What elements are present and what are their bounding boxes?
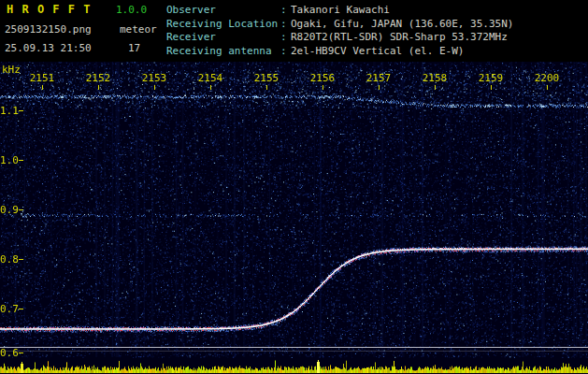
mode-label: meteor	[120, 23, 157, 36]
spectrogram-canvas	[0, 62, 588, 374]
x-axis-label: 2151	[30, 72, 55, 84]
info-value: 2el-HB9CV Vertical (el. E-W)	[291, 45, 464, 59]
info-separator: :	[280, 31, 291, 45]
x-axis-label: 2155	[254, 72, 280, 84]
y-axis-label: 0.6	[0, 347, 16, 359]
observer-info-block: Observer:Takanori KawachiReceiving Locat…	[166, 4, 513, 58]
info-separator: :	[280, 45, 291, 59]
info-separator: :	[280, 4, 291, 18]
spectrogram: kHz 215121522153215421552156215721582159…	[0, 62, 588, 374]
info-label: Receiving Location	[166, 18, 280, 32]
x-axis-label: 2157	[366, 72, 392, 84]
info-label: Observer	[166, 4, 280, 18]
app-version: 1.0.0	[116, 4, 147, 16]
info-separator: :	[280, 18, 291, 32]
x-axis-label: 2200	[535, 72, 560, 84]
echo-count: 17	[128, 42, 140, 54]
x-axis-label: 2159	[479, 72, 504, 84]
info-row: Observer:Takanori Kawachi	[166, 4, 513, 18]
y-axis-label: 0.8	[0, 253, 16, 266]
x-axis-label: 2154	[198, 72, 223, 84]
x-axis-label: 2153	[142, 72, 167, 84]
app-title: H R O F F T	[7, 3, 91, 16]
info-row: Receiving antenna:2el-HB9CV Vertical (el…	[166, 45, 513, 59]
info-label: Receiving antenna	[166, 45, 280, 59]
header: H R O F F T 1.0.0 2509132150.png meteor …	[0, 0, 588, 62]
info-row: Receiving Location:Ogaki, Gifu, JAPAN (1…	[166, 18, 513, 32]
y-axis-label: 1.1	[0, 105, 16, 117]
info-row: Receiver:R820T2(RTL-SDR) SDR-Sharp 53.37…	[166, 31, 513, 45]
x-axis-label: 2158	[423, 72, 448, 84]
x-axis-label: 2152	[86, 72, 111, 84]
y-axis-label: 0.7	[0, 303, 16, 315]
info-label: Receiver	[166, 31, 280, 45]
info-value: Ogaki, Gifu, JAPAN (136.60E, 35.35N)	[291, 18, 513, 32]
y-axis-label: 1.0	[0, 154, 16, 166]
info-value: Takanori Kawachi	[291, 4, 390, 18]
timestamp: 25.09.13 21:50	[5, 42, 92, 54]
info-value: R820T2(RTL-SDR) SDR-Sharp 53.372MHz	[291, 31, 508, 45]
y-axis-label: 0.9	[0, 204, 16, 216]
y-axis-unit: kHz	[2, 64, 21, 76]
output-filename: 2509132150.png	[5, 23, 92, 36]
hrofft-window: H R O F F T 1.0.0 2509132150.png meteor …	[0, 0, 588, 374]
x-axis-label: 2156	[310, 72, 336, 84]
